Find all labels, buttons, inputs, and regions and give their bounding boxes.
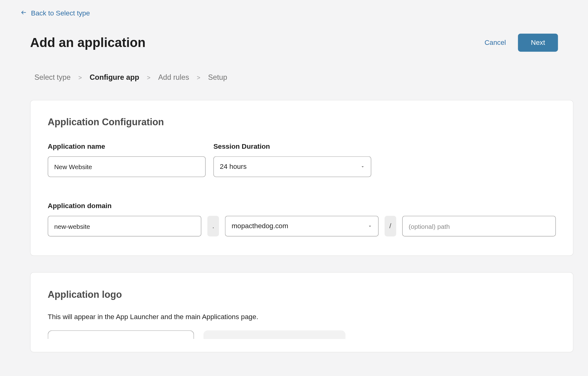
breadcrumb-step-configure-app[interactable]: Configure app [90, 73, 139, 82]
back-link[interactable]: Back to Select type [21, 10, 90, 17]
page-title: Add an application [30, 35, 146, 50]
application-name-field-group: Application name [48, 143, 206, 177]
logo-card-title: Application logo [48, 289, 556, 300]
breadcrumb-step-add-rules[interactable]: Add rules [158, 73, 189, 82]
cancel-button[interactable]: Cancel [485, 39, 506, 46]
domain-row: . mopacthedog.com / [48, 216, 556, 237]
session-duration-label: Session Duration [213, 143, 371, 150]
logo-options-row [48, 330, 556, 339]
logo-option-box[interactable] [204, 330, 346, 339]
application-logo-card: Application logo This will appear in the… [30, 272, 573, 352]
breadcrumb-separator: > [78, 74, 82, 81]
session-duration-select[interactable]: 24 hours [213, 156, 371, 177]
breadcrumb: Select type > Configure app > Add rules … [0, 52, 588, 82]
dot-separator: . [208, 216, 219, 237]
domain-select[interactable]: mopacthedog.com [225, 216, 378, 237]
header-actions: Cancel Next [485, 34, 558, 52]
next-button[interactable]: Next [518, 34, 558, 52]
subdomain-input[interactable] [48, 216, 202, 237]
slash-separator: / [384, 216, 396, 237]
application-name-input[interactable] [48, 156, 206, 177]
breadcrumb-step-select-type[interactable]: Select type [34, 73, 70, 82]
application-domain-section: Application domain . mopacthedog.com / [48, 202, 556, 236]
logo-card-description: This will appear in the App Launcher and… [48, 313, 556, 321]
breadcrumb-separator: > [147, 74, 150, 81]
form-row: Application name Session Duration 24 hou… [48, 143, 556, 177]
session-duration-value: 24 hours [213, 156, 371, 177]
session-duration-field-group: Session Duration 24 hours [213, 143, 371, 177]
card-title: Application Configuration [48, 117, 556, 128]
header-row: Add an application Cancel Next [0, 17, 588, 52]
logo-option-box[interactable] [48, 330, 194, 339]
application-domain-label: Application domain [48, 202, 556, 210]
breadcrumb-step-setup[interactable]: Setup [208, 73, 227, 82]
application-name-label: Application name [48, 143, 206, 150]
domain-value: mopacthedog.com [225, 216, 378, 237]
back-link-label: Back to Select type [31, 10, 90, 17]
arrow-left-icon [21, 10, 27, 17]
application-configuration-card: Application Configuration Application na… [30, 100, 573, 256]
path-input[interactable] [402, 216, 556, 237]
breadcrumb-separator: > [197, 74, 200, 81]
